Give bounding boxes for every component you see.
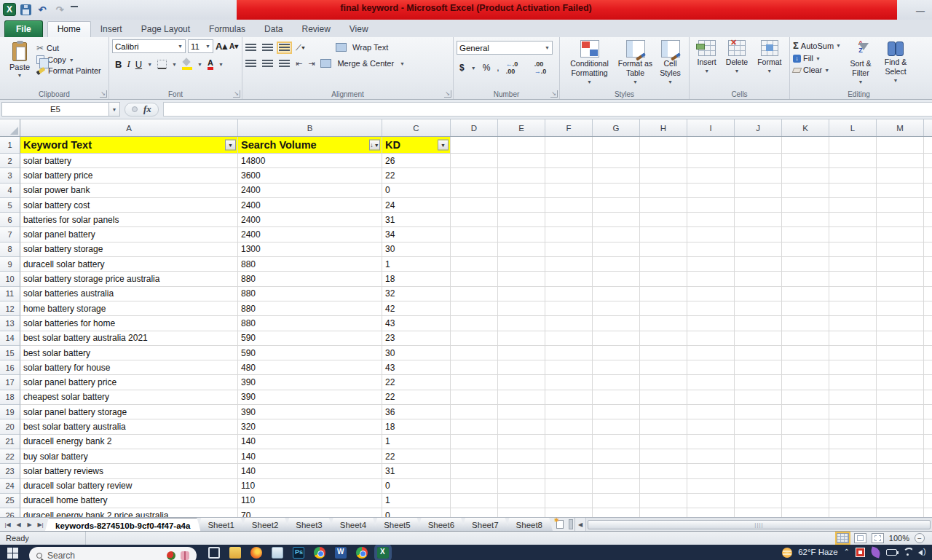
font-color-dropdown-arrow[interactable]: ▼	[218, 62, 224, 67]
formula-input[interactable]	[163, 102, 932, 117]
cell-a18-keyword[interactable]: cheapest solar battery	[20, 390, 238, 405]
row-number-22[interactable]: 22	[0, 449, 20, 464]
last-sheet-button[interactable]: ▶|	[36, 520, 45, 529]
column-header-f[interactable]: F	[545, 119, 593, 136]
cell-c4-kd[interactable]: 0	[382, 184, 451, 198]
format-as-table-button[interactable]: Format as Table ▼	[617, 40, 655, 89]
font-color-button[interactable]: A	[208, 59, 213, 70]
empty-cells[interactable]	[451, 449, 932, 464]
empty-cells[interactable]	[451, 346, 932, 360]
cell-c8-kd[interactable]: 30	[382, 242, 451, 257]
row-number-23[interactable]: 23	[0, 464, 20, 478]
task-view-icon[interactable]	[208, 547, 220, 559]
empty-cells[interactable]	[451, 154, 932, 168]
shrink-font-button[interactable]: A▾	[229, 42, 238, 50]
word-icon[interactable]	[335, 547, 347, 559]
cell-b7-volume[interactable]: 2400	[238, 227, 382, 242]
cell-b18-volume[interactable]: 390	[238, 390, 382, 405]
cell-b9-volume[interactable]: 880	[238, 257, 382, 272]
fill-color-button[interactable]	[182, 60, 192, 68]
qat-dropdown-icon[interactable]	[71, 6, 78, 13]
cell-b24-volume[interactable]: 110	[238, 479, 382, 494]
row-number-9[interactable]: 9	[0, 257, 20, 272]
number-format-select[interactable]: General▼	[457, 41, 553, 55]
cell-c22-kd[interactable]: 22	[382, 449, 451, 464]
antivirus-icon[interactable]	[856, 548, 865, 557]
cell-b17-volume[interactable]: 390	[238, 375, 382, 390]
cell-c11-kd[interactable]: 32	[382, 287, 451, 301]
cell-b15-volume[interactable]: 590	[238, 346, 382, 360]
cell-c10-kd[interactable]: 18	[382, 272, 451, 286]
currency-dropdown-arrow[interactable]: ▼	[471, 66, 476, 71]
font-size-select[interactable]: 11▼	[188, 39, 213, 53]
tab-split-handle[interactable]	[569, 519, 573, 529]
empty-cells[interactable]	[451, 137, 932, 154]
notepad-icon[interactable]	[272, 547, 283, 559]
cell-a12-keyword[interactable]: home battery storage	[20, 301, 238, 316]
cell-a23-keyword[interactable]: solar battery reviews	[20, 464, 238, 478]
minimize-button[interactable]: —	[916, 6, 925, 16]
empty-cells[interactable]	[451, 331, 932, 346]
empty-cells[interactable]	[451, 198, 932, 213]
filter-button-kd[interactable]: ▼	[438, 140, 449, 151]
cell-a14-keyword[interactable]: best solar battery australia 2021	[20, 331, 238, 346]
cell-a26-keyword[interactable]: duracell energy bank 2 price australia	[20, 508, 238, 517]
chevron-up-icon[interactable]: ⌃	[844, 548, 850, 556]
alignment-dialog-launcher[interactable]: ↘	[444, 90, 451, 98]
empty-cells[interactable]	[451, 479, 932, 494]
cell-b8-volume[interactable]: 1300	[238, 242, 382, 257]
font-name-select[interactable]: Calibri▼	[112, 39, 186, 53]
cell-a17-keyword[interactable]: solar panel battery price	[20, 375, 238, 390]
cell-c9-kd[interactable]: 1	[382, 257, 451, 272]
row-number-5[interactable]: 5	[0, 198, 20, 213]
cell-b10-volume[interactable]: 880	[238, 272, 382, 286]
cell-b14-volume[interactable]: 590	[238, 331, 382, 346]
page-break-view-button[interactable]	[872, 533, 884, 543]
cell-b11-volume[interactable]: 880	[238, 287, 382, 301]
empty-cells[interactable]	[451, 287, 932, 301]
clear-button[interactable]: Clear▼	[793, 66, 841, 74]
percent-button[interactable]: %	[483, 63, 491, 73]
align-center-button[interactable]	[262, 60, 273, 68]
tab-data[interactable]: Data	[255, 22, 292, 37]
cell-c2-kd[interactable]: 26	[382, 154, 451, 168]
align-middle-button[interactable]	[262, 44, 273, 52]
copy-button[interactable]: Copy ▼	[36, 55, 101, 64]
cell-a24-keyword[interactable]: duracell solar battery review	[20, 479, 238, 494]
cell-a5-keyword[interactable]: solar battery cost	[20, 198, 238, 213]
format-cells-button[interactable]: Format ▼	[757, 40, 781, 89]
insert-function-button[interactable]: fx	[143, 103, 151, 115]
redo-icon[interactable]: ↷	[53, 3, 66, 16]
empty-cells[interactable]	[451, 272, 932, 286]
underline-button[interactable]: U	[135, 59, 142, 70]
sheet-tab-sheet2[interactable]: Sheet2	[242, 518, 288, 531]
align-top-button[interactable]	[245, 44, 256, 52]
battery-icon[interactable]	[886, 549, 897, 556]
cell-b23-volume[interactable]: 140	[238, 464, 382, 478]
zoom-out-button[interactable]: −	[915, 533, 925, 543]
autosum-button[interactable]: ΣAutoSum▼	[793, 40, 841, 51]
weather-text[interactable]: 62°F Haze	[798, 548, 837, 556]
cell-c15-kd[interactable]: 30	[382, 346, 451, 360]
cell-c25-kd[interactable]: 1	[382, 494, 451, 508]
cell-c12-kd[interactable]: 42	[382, 301, 451, 316]
row-number-12[interactable]: 12	[0, 301, 20, 316]
cell-a3-keyword[interactable]: solar battery price	[20, 168, 238, 183]
cell-b12-volume[interactable]: 880	[238, 301, 382, 316]
empty-cells[interactable]	[451, 494, 932, 508]
row-number-17[interactable]: 17	[0, 375, 20, 390]
comma-button[interactable]: ,	[497, 63, 499, 73]
column-header-j[interactable]: J	[735, 119, 782, 136]
paste-button[interactable]: Paste ▼	[3, 39, 36, 89]
cell-c14-kd[interactable]: 23	[382, 331, 451, 346]
cell-a4-keyword[interactable]: solar power bank	[20, 184, 238, 198]
start-button[interactable]	[7, 548, 19, 559]
empty-cells[interactable]	[451, 360, 932, 375]
cell-a25-keyword[interactable]: duracell home battery	[20, 494, 238, 508]
column-header-i[interactable]: I	[687, 119, 735, 136]
sheet-tab-sheet6[interactable]: Sheet6	[418, 518, 465, 531]
align-right-button[interactable]	[279, 60, 290, 68]
sort-filter-button[interactable]: AZ Sort & Filter ▼	[845, 40, 876, 89]
empty-cells[interactable]	[451, 227, 932, 242]
row-number-11[interactable]: 11	[0, 287, 20, 301]
